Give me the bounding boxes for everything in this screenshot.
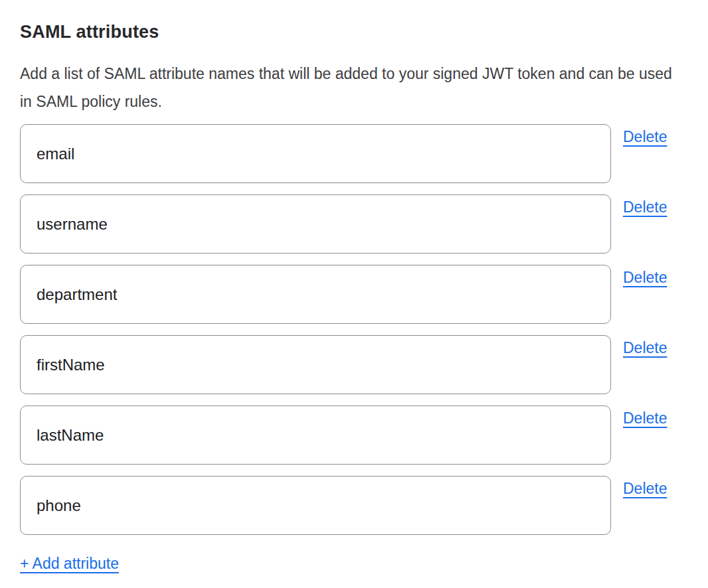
delete-attribute-link[interactable]: Delete [623, 480, 667, 498]
saml-attribute-input[interactable] [20, 265, 611, 324]
saml-attribute-input[interactable] [20, 405, 611, 465]
delete-attribute-link[interactable]: Delete [623, 409, 667, 427]
saml-attribute-input[interactable] [20, 476, 611, 535]
delete-attribute-link[interactable]: Delete [623, 339, 667, 357]
saml-attribute-input[interactable] [20, 124, 611, 183]
attribute-row: Delete [20, 335, 688, 394]
attribute-row: Delete [20, 124, 688, 183]
attribute-row: Delete [20, 265, 688, 324]
attribute-row: Delete [20, 476, 688, 535]
delete-attribute-link[interactable]: Delete [623, 128, 667, 146]
add-attribute-link[interactable]: + Add attribute [20, 555, 119, 573]
attribute-row: Delete [20, 194, 688, 254]
saml-attributes-section: SAML attributes Add a list of SAML attri… [0, 0, 708, 573]
section-description: Add a list of SAML attribute names that … [20, 60, 688, 115]
saml-attribute-input[interactable] [20, 194, 611, 254]
delete-attribute-link[interactable]: Delete [623, 198, 667, 216]
page-title: SAML attributes [20, 22, 688, 42]
saml-attribute-input[interactable] [20, 335, 611, 394]
attribute-row: Delete [20, 405, 688, 465]
delete-attribute-link[interactable]: Delete [623, 269, 667, 287]
